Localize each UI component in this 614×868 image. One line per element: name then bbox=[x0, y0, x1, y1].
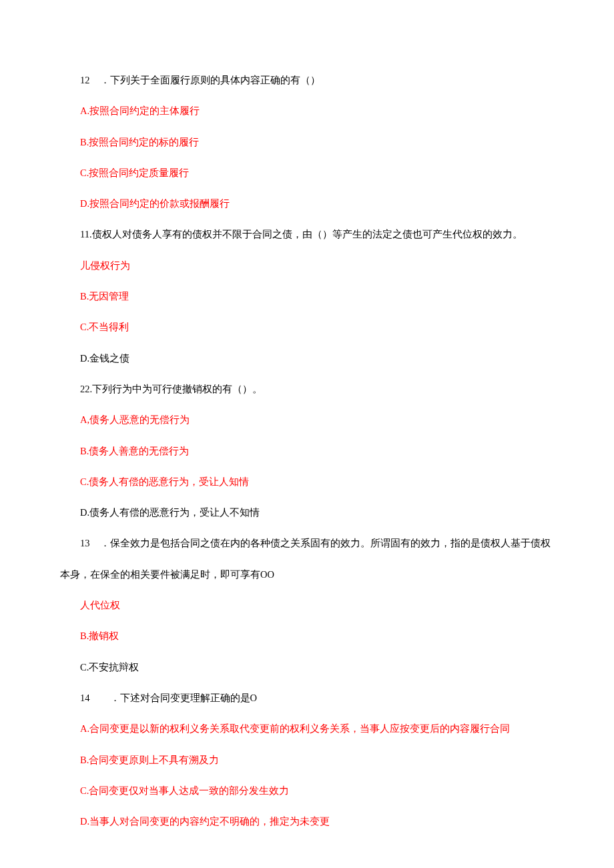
answer-option: 儿侵权行为 bbox=[60, 259, 554, 272]
answer-option: D.金钱之债 bbox=[60, 352, 554, 365]
answer-option: 人代位权 bbox=[60, 598, 554, 612]
question-stem: 13 ．保全效力是包括合同之债在内的各种债之关系固有的效力。所谓固有的效力，指的… bbox=[60, 536, 554, 550]
answer-option: C.不当得利 bbox=[60, 320, 554, 334]
answer-option: B.撤销权 bbox=[60, 629, 554, 642]
answer-option: C.不安抗辩权 bbox=[60, 661, 554, 674]
answer-option: A.合同变更是以新的权利义务关系取代变更前的权利义务关系，当事人应按变更后的内容… bbox=[60, 722, 554, 735]
answer-option: B.按照合同约定的标的履行 bbox=[60, 135, 554, 149]
document-page: 12 ．下列关于全面履行原则的具体内容正确的有（） A.按照合同约定的主体履行 … bbox=[0, 0, 614, 868]
answer-option: A.按照合同约定的主体履行 bbox=[60, 104, 554, 117]
question-stem: 14 ．下述对合同变更理解正确的是O bbox=[60, 691, 554, 705]
answer-option: C.按照合同约定质量履行 bbox=[60, 166, 554, 179]
answer-option: B.合同变更原则上不具有溯及力 bbox=[60, 753, 554, 767]
answer-option: A,债务人恶意的无偿行为 bbox=[60, 413, 554, 426]
answer-option: C.债务人有偿的恶意行为，受让人知情 bbox=[60, 475, 554, 488]
answer-option: D.按照合同约定的价款或报酬履行 bbox=[60, 197, 554, 210]
answer-option: C.合同变更仅对当事人达成一致的部分发生效力 bbox=[60, 784, 554, 797]
answer-option: B.债务人善意的无偿行为 bbox=[60, 444, 554, 458]
answer-option: B.无因管理 bbox=[60, 290, 554, 303]
answer-option: D.当事人对合同变更的内容约定不明确的，推定为未变更 bbox=[60, 815, 554, 828]
question-stem: 11.债权人对债务人享有的债权并不限于合同之债，由（）等产生的法定之债也可产生代… bbox=[60, 228, 554, 241]
question-stem-continuation: 本身，在保全的相关要件被满足时，即可享有OO bbox=[60, 568, 554, 581]
question-stem: 12 ．下列关于全面履行原则的具体内容正确的有（） bbox=[60, 73, 554, 87]
answer-option: D.债务人有偿的恶意行为，受让人不知情 bbox=[60, 506, 554, 519]
question-stem: 22.下列行为中为可行使撤销权的有（）。 bbox=[60, 382, 554, 396]
